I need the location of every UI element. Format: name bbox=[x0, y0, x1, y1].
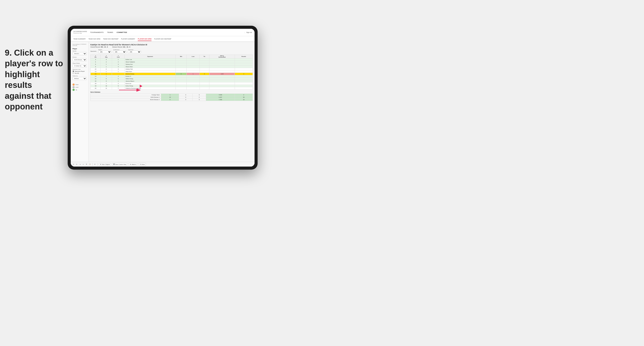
watch-btn[interactable]: 👁 Watch ▾ bbox=[128, 163, 137, 166]
cell-tie bbox=[200, 68, 209, 70]
opponent-select[interactable]: (All) bbox=[128, 51, 141, 53]
table-row[interactable]: 3 3 1 Esther Lee bbox=[90, 58, 253, 61]
table-row[interactable]: 13 1 1 Heeji Hyun bbox=[90, 70, 253, 73]
share-icon: ⬆ bbox=[140, 164, 141, 165]
undo-btn[interactable]: ↺ bbox=[72, 163, 74, 166]
left-panel: Last Updated: 27/03/2024 16:55:28 Player… bbox=[71, 42, 89, 167]
gender-select[interactable]: Women's bbox=[72, 52, 87, 55]
cell-tie bbox=[200, 61, 209, 63]
region-select[interactable]: (All) bbox=[98, 51, 111, 53]
table-row[interactable]: 10 6 3 Andrea York bbox=[90, 68, 253, 70]
ood-val4: 7.400 bbox=[206, 99, 235, 101]
sub-nav-team-summary[interactable]: TEAM SUMMARY bbox=[73, 37, 86, 41]
table-row[interactable]: 16 9 1 Jessica Mason bbox=[90, 80, 253, 82]
share-btn[interactable]: ⬆ Share bbox=[138, 163, 146, 166]
table-row[interactable]: 6 1 3 Sydney Kuo bbox=[90, 63, 253, 66]
cell-reg: 8 bbox=[101, 78, 112, 80]
table-row[interactable]: 14 7 4 Eunice Yi bbox=[90, 75, 253, 78]
sub-nav-player-h2h-grid[interactable]: PLAYER H2H GRID bbox=[138, 37, 152, 41]
cell-conf: 2 bbox=[112, 61, 125, 63]
ood-val2: 0 bbox=[179, 99, 192, 101]
sub-nav: TEAM SUMMARY TEAM H2H GRID TEAM H2H HEAT… bbox=[71, 36, 254, 42]
radio-top100[interactable]: Top 100 bbox=[72, 72, 87, 74]
annotation-text: 9. Click on a player's row to highlight … bbox=[5, 47, 64, 112]
filter-opponent: Opponent (All) bbox=[128, 49, 141, 53]
player-rank-select[interactable]: 8. Katelyn Vo bbox=[72, 64, 87, 67]
sub-nav-player-h2h-heatmap[interactable]: PLAYER H2H HEATMAP bbox=[154, 37, 171, 41]
copy-btn[interactable]: ⧉ bbox=[86, 163, 87, 166]
cell-conf: 4 bbox=[112, 75, 125, 78]
table-row[interactable]: 20 11 7 Federica Domecq Lacroze bbox=[90, 87, 253, 90]
division-record-label: Division Record: 331 - 34 - 6 bbox=[112, 46, 130, 48]
cell-div: 5 bbox=[90, 61, 101, 63]
filter-region: Region (All) bbox=[98, 49, 111, 53]
cell-opponent: Andrea York bbox=[125, 68, 176, 70]
cell-diff bbox=[209, 70, 235, 73]
cell-conf: 2 bbox=[112, 82, 125, 85]
table-row[interactable]: 15 8 5 Stella Cheng bbox=[90, 78, 253, 80]
timestamp: Last Updated: 27/03/2024 16:55:28 bbox=[72, 44, 87, 46]
cell-win bbox=[176, 70, 187, 73]
cell-loss bbox=[187, 82, 200, 85]
sign-out-button[interactable]: Sign out bbox=[246, 32, 252, 33]
cell-rounds bbox=[235, 75, 253, 78]
table-row[interactable]: 19 10 6 Emily Chang bbox=[90, 85, 253, 87]
sub-nav-team-h2h-grid[interactable]: TEAM H2H GRID bbox=[88, 37, 100, 41]
cell-div: 18 bbox=[90, 82, 101, 85]
cut-btn[interactable]: ✂ bbox=[82, 163, 84, 166]
cell-rounds bbox=[235, 58, 253, 61]
clock-btn[interactable]: ⏱ bbox=[94, 163, 96, 166]
nav-tournaments[interactable]: TOURNAMENTS bbox=[90, 30, 104, 34]
table-row[interactable]: 18 2 2 Euna Lee bbox=[90, 82, 253, 85]
division-select[interactable]: NCAA Division III bbox=[72, 58, 87, 61]
cursor-arrow bbox=[140, 85, 142, 88]
redo-btn[interactable]: ↻ bbox=[76, 163, 78, 166]
filters-row: Opponents: Region (All) Conference (All) bbox=[90, 49, 253, 53]
cell-loss bbox=[187, 58, 200, 61]
overall-record-label: Overall Record: 353 - 34 - 6 bbox=[90, 46, 108, 48]
ood-val2: 0 bbox=[179, 94, 192, 96]
radio-dot-2 bbox=[72, 72, 74, 74]
radio-opponents-played[interactable]: Opponents Played bbox=[72, 70, 87, 72]
forward-btn[interactable]: ⇥ bbox=[79, 163, 81, 166]
table-row[interactable]: 9 1 4 Sharon Mun bbox=[90, 66, 253, 68]
paste-btn[interactable]: 📋 bbox=[89, 163, 91, 166]
sub-nav-team-h2h-heatmap[interactable]: TEAM H2H HEATMAP bbox=[103, 37, 118, 41]
sub-nav-player-summary[interactable]: PLAYER SUMMARY bbox=[121, 37, 135, 41]
nav-teams[interactable]: TEAMS bbox=[107, 30, 113, 34]
cell-reg: 1 bbox=[101, 70, 112, 73]
ood-val1: 5 bbox=[161, 99, 179, 101]
col-win: Win bbox=[176, 55, 187, 58]
table-row[interactable]: 13 1 Jessica Huang 0 1 0 -3.00 2 bbox=[90, 73, 253, 75]
logo: SCOREBOARD Powered by clippi bbox=[73, 31, 87, 34]
cell-win bbox=[176, 58, 187, 61]
cell-diff bbox=[209, 68, 235, 70]
legend-section: Down Level Up bbox=[72, 83, 87, 91]
opponent-view-label: Opponent view bbox=[72, 69, 87, 70]
cell-rounds bbox=[235, 61, 253, 63]
conference-select[interactable]: (All) bbox=[113, 51, 126, 53]
nav-committee[interactable]: COMMITTEE bbox=[116, 30, 127, 34]
save-custom-view-btn[interactable]: 💾 Save Custom View bbox=[112, 163, 128, 166]
cell-tie bbox=[200, 78, 209, 80]
col-div: #Div bbox=[90, 55, 101, 58]
toolbar-divider-1 bbox=[92, 163, 92, 166]
cell-loss bbox=[187, 78, 200, 80]
cell-win bbox=[176, 61, 187, 63]
view-original-btn[interactable]: 👁 View: Original bbox=[99, 163, 111, 166]
cell-tie bbox=[200, 75, 209, 78]
cell-rounds bbox=[235, 63, 253, 66]
cell-opponent: Esther Lee bbox=[125, 58, 176, 61]
cell-opponent: Eunice Yi bbox=[125, 75, 176, 78]
cell-diff bbox=[209, 58, 235, 61]
col-opponent: Opponent bbox=[125, 55, 176, 58]
cell-diff bbox=[209, 75, 235, 78]
table-row[interactable]: 5 2 2 Alexis Sudjianto bbox=[90, 61, 253, 63]
cell-opponent: Stella Cheng bbox=[125, 78, 176, 80]
legend-dot-down bbox=[72, 83, 75, 86]
cell-div: 6 bbox=[90, 63, 101, 66]
ood-val5: 10 bbox=[235, 99, 253, 101]
gender-label: Gender bbox=[72, 50, 87, 52]
colour-by-select[interactable]: Win/loss bbox=[72, 77, 87, 80]
cell-tie bbox=[200, 85, 209, 87]
